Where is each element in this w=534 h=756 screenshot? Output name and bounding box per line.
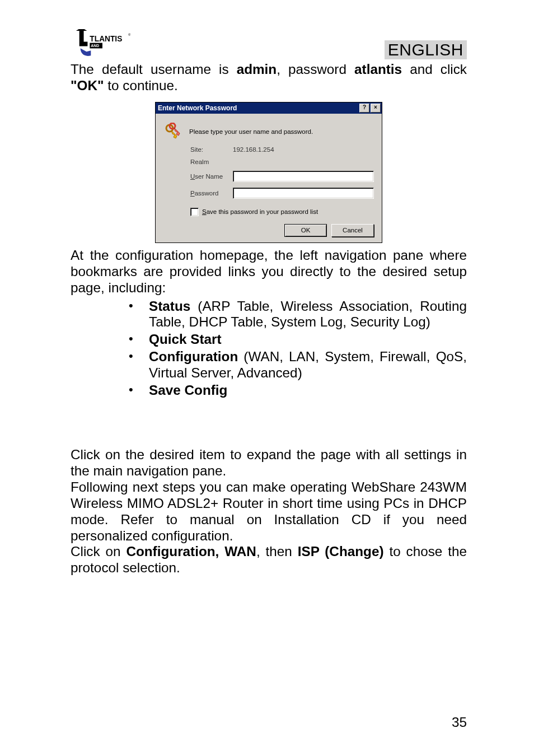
list-item: Quick Start <box>129 332 467 348</box>
list-item-bold: Status <box>149 298 190 314</box>
auth-dialog: Enter Network Password ? × <box>155 102 382 243</box>
text: The default username is <box>71 62 237 77</box>
text: and click <box>402 62 467 77</box>
svg-text:®: ® <box>128 33 131 36</box>
text-bold: ISP (Change) <box>298 544 384 559</box>
text: , password <box>277 62 354 77</box>
keys-icon <box>163 123 181 141</box>
username-input[interactable] <box>233 171 374 182</box>
password-input[interactable] <box>233 188 374 199</box>
cancel-button[interactable]: Cancel <box>331 224 374 237</box>
brand-logo: TLANTIS ® AND <box>71 29 131 59</box>
paragraph: At the configuration homepage, the left … <box>71 248 467 296</box>
page-number: 35 <box>452 715 467 730</box>
text: Click on <box>71 544 126 559</box>
username-label: User Name <box>190 173 233 180</box>
text-bold: Configuration, WAN <box>126 544 256 559</box>
text: , then <box>256 544 298 559</box>
dialog-title: Enter Network Password <box>158 104 237 113</box>
site-label: Site: <box>190 146 233 153</box>
feature-list: Status (ARP Table, Wireless Association,… <box>71 298 467 399</box>
paragraph: Click on the desired item to expand the … <box>71 447 467 479</box>
svg-text:TLANTIS: TLANTIS <box>90 35 122 43</box>
list-item: Configuration (WAN, LAN, System, Firewal… <box>129 349 467 381</box>
text-bold: atlantis <box>354 62 402 77</box>
realm-label: Realm <box>190 158 233 165</box>
svg-text:AND: AND <box>91 44 99 48</box>
site-value: 192.168.1.254 <box>233 146 274 153</box>
save-password-checkbox[interactable] <box>190 208 199 216</box>
list-item: Save Config <box>129 382 467 399</box>
help-button[interactable]: ? <box>359 104 369 113</box>
text-bold: admin <box>237 62 277 77</box>
ok-button[interactable]: OK <box>284 224 327 237</box>
password-label: Password <box>190 190 233 197</box>
text: to continue. <box>104 78 178 93</box>
dialog-prompt: Please type your user name and password. <box>189 128 313 135</box>
close-button[interactable]: × <box>371 104 381 113</box>
dialog-titlebar: Enter Network Password ? × <box>156 102 382 114</box>
list-item-bold: Configuration <box>149 349 238 364</box>
list-item-rest: (ARP Table, Wireless Association, Routin… <box>149 298 467 330</box>
paragraph: Click on Configuration, WAN, then ISP (C… <box>71 544 467 576</box>
list-item-bold: Quick Start <box>149 332 222 347</box>
paragraph: Following next steps you can make operat… <box>71 479 467 544</box>
list-item: Status (ARP Table, Wireless Association,… <box>129 298 467 331</box>
intro-paragraph: The default username is admin, password … <box>71 62 467 94</box>
text-bold: "OK" <box>71 78 104 93</box>
language-label: ENGLISH <box>385 40 467 59</box>
save-password-label: Save this password in your password list <box>202 208 318 215</box>
list-item-bold: Save Config <box>149 382 227 398</box>
